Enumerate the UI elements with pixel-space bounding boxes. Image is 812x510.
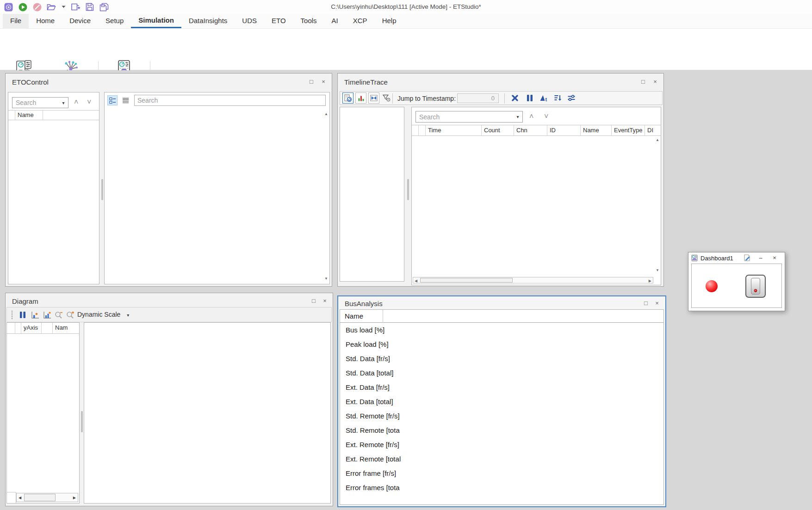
bus-row[interactable]: Std. Remote [fr/s] <box>340 409 663 423</box>
trace-sort-button[interactable] <box>552 92 563 104</box>
trace-maximize-button[interactable]: □ <box>639 78 647 86</box>
trace-filter-button[interactable] <box>381 92 392 104</box>
dashboard1-minimize-button[interactable]: – <box>757 254 764 261</box>
diagram-header-spacer <box>42 323 53 333</box>
menu-tab-simulation[interactable]: Simulation <box>131 14 181 28</box>
bus-row[interactable]: Peak load [%] <box>340 337 663 351</box>
eto-header-name[interactable]: Name <box>15 111 43 120</box>
trace-search-next-button[interactable]: ˅ <box>544 113 548 120</box>
trace-autoscroll-button[interactable] <box>368 92 379 104</box>
menu-tab-tools[interactable]: Tools <box>293 14 324 28</box>
diagram-show-limits-button[interactable] <box>43 311 51 321</box>
trace-scroll-left-arrow[interactable]: ◀ <box>415 279 417 283</box>
trace-horizontal-scrollbar[interactable]: ◀ ▶ <box>413 277 653 283</box>
bus-row[interactable]: Error frame [fr/s] <box>340 466 663 480</box>
diagram-close-button[interactable]: × <box>321 297 329 305</box>
trace-search-prev-button[interactable]: ˄ <box>529 113 533 120</box>
trace-header-time[interactable]: Time <box>426 125 482 135</box>
bus-row-label: Peak load [%] <box>346 340 389 348</box>
trace-search-dropdown-icon[interactable]: ▾ <box>513 114 522 119</box>
zoom-in-button[interactable] <box>66 311 74 321</box>
eto-maximize-button[interactable]: □ <box>308 78 315 86</box>
trace-toolbar: Jump to Timestamp: t <box>340 91 663 105</box>
bus-maximize-button[interactable]: □ <box>642 300 650 307</box>
menu-tab-datainsights[interactable]: DataInsights <box>181 14 235 28</box>
trace-settings-button[interactable] <box>566 92 577 104</box>
trace-header-id[interactable]: ID <box>547 125 581 135</box>
diagram-horizontal-scrollbar[interactable]: ◀ ▶ <box>16 493 78 502</box>
menu-tab-device[interactable]: Device <box>62 14 98 28</box>
trace-header-dir[interactable]: DI <box>645 125 655 135</box>
trace-statistics-button[interactable] <box>355 92 366 104</box>
bus-row[interactable]: Std. Remote [tota <box>340 423 663 437</box>
eto-tree-view-button[interactable] <box>107 95 118 105</box>
eto-search-next-button[interactable]: ˅ <box>87 98 91 106</box>
bus-row[interactable]: Ext. Data [fr/s] <box>340 380 663 394</box>
diagram-header-name[interactable]: Nam <box>53 323 71 333</box>
bus-row[interactable]: Error frames [tota <box>340 480 663 495</box>
trace-header-name[interactable]: Name <box>581 125 612 135</box>
menu-tab-file[interactable]: File <box>3 14 29 28</box>
trace-follow-button[interactable] <box>342 92 353 104</box>
menu-tab-home[interactable]: Home <box>29 14 62 28</box>
trace-scroll-right-arrow[interactable]: ▶ <box>649 279 651 283</box>
trace-close-button[interactable]: × <box>651 78 659 86</box>
bus-row[interactable]: Ext. Remote [fr/s] <box>340 437 663 452</box>
dashboard1-edit-button[interactable] <box>744 254 750 263</box>
diagram-header-yaxis[interactable]: yAxis <box>21 323 42 333</box>
bus-header-name[interactable]: Name <box>345 312 363 320</box>
eto-tree-search-input[interactable] <box>134 95 326 106</box>
bus-row[interactable]: Ext. Remote [total <box>340 452 663 466</box>
diagram-maximize-button[interactable]: □ <box>310 297 317 305</box>
bus-row-label: Bus load [%] <box>346 326 384 334</box>
dashboard1-close-button[interactable]: × <box>771 254 778 261</box>
trace-header-count[interactable]: Count <box>482 125 514 135</box>
diagram-scroll-right-arrow[interactable]: ▶ <box>73 496 76 500</box>
trace-header-chn[interactable]: Chn <box>514 125 547 135</box>
toggle-switch-widget[interactable] <box>745 275 766 298</box>
zoom-out-button[interactable] <box>55 311 63 321</box>
trace-scroll-down-arrow[interactable]: ▼ <box>656 268 659 273</box>
diagram-scroll-left-arrow[interactable]: ◀ <box>19 496 21 500</box>
bus-row-label: Error frames [tota <box>346 484 400 492</box>
bus-row[interactable]: Bus load [%] <box>340 323 663 337</box>
menu-tab-ai[interactable]: AI <box>324 14 346 28</box>
eto-scroll-up-arrow[interactable]: ▲ <box>324 112 328 117</box>
menu-tab-uds[interactable]: UDS <box>235 14 264 28</box>
switch-rocker[interactable] <box>751 278 760 295</box>
toolbar-grip-handle[interactable] <box>11 310 13 321</box>
trace-splitter-handle[interactable] <box>407 179 409 200</box>
bus-row-label: Ext. Data [fr/s] <box>346 383 390 391</box>
diagram-hscroll-thumb[interactable] <box>24 494 56 501</box>
trace-pause-button[interactable] <box>524 92 535 104</box>
scale-mode-label: Dynamic Scale <box>77 311 120 318</box>
eto-list-view-button[interactable] <box>120 95 130 105</box>
bus-row-label: Std. Data [total] <box>346 369 393 377</box>
bus-row[interactable]: Std. Data [total] <box>340 366 663 380</box>
trace-header-eventtype[interactable]: EventType <box>612 125 645 135</box>
diagram-show-points-button[interactable] <box>31 311 39 321</box>
diagram-pause-button[interactable] <box>19 311 26 320</box>
bus-row[interactable]: Ext. Data [total] <box>340 394 663 409</box>
trace-scroll-up-arrow[interactable]: ▲ <box>656 138 659 142</box>
scale-mode-dropdown[interactable]: Dynamic Scale ▾ <box>77 311 129 318</box>
eto-splitter-handle[interactable] <box>101 179 103 200</box>
bus-close-button[interactable]: × <box>653 300 661 307</box>
eto-scroll-down-arrow[interactable]: ▼ <box>324 277 328 281</box>
panel-diagram: Diagram □ × Dynamic Scale <box>5 293 333 506</box>
bus-row[interactable]: Std. Data [fr/s] <box>340 351 663 366</box>
menu-tab-eto[interactable]: ETO <box>264 14 293 28</box>
eto-close-button[interactable]: × <box>320 78 327 86</box>
jump-to-timestamp-input[interactable] <box>457 93 499 103</box>
trace-hscroll-thumb[interactable] <box>420 278 513 283</box>
eto-search-prev-button[interactable]: ˄ <box>74 98 78 106</box>
trace-clear-button[interactable] <box>509 92 521 104</box>
menu-tab-xcp[interactable]: XCP <box>346 14 375 28</box>
trace-delta-time-button[interactable]: t <box>538 92 549 104</box>
eto-search-combobox[interactable]: Search ▾ <box>12 97 68 108</box>
menu-tab-help[interactable]: Help <box>375 14 404 28</box>
menu-tab-setup[interactable]: Setup <box>98 14 131 28</box>
eto-search-dropdown-icon[interactable]: ▾ <box>59 100 68 105</box>
diagram-splitter-handle[interactable] <box>81 411 83 432</box>
trace-search-combobox[interactable]: Search ▾ <box>415 111 523 123</box>
